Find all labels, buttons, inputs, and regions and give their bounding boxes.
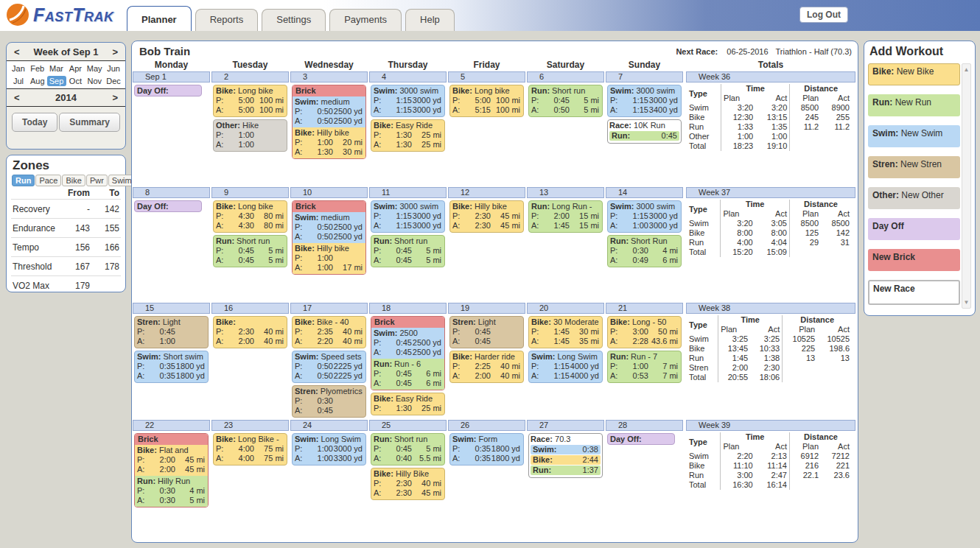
add-workout-race[interactable]: New Race	[868, 280, 960, 305]
workout-card-bike[interactable]: Bike: P:2:3040 miA:2:0040 mi	[213, 316, 287, 348]
day-cell[interactable]: 7Swim: 3000 swimP:1:153000 ydA:1:153400 …	[605, 71, 684, 146]
add-workout-brick[interactable]: New Brick	[868, 249, 960, 271]
zone-tab-bike[interactable]: Bike	[62, 175, 85, 186]
day-cell[interactable]: 16Bike: P:2:3040 miA:2:0040 mi	[211, 303, 290, 351]
day-cell[interactable]: 3BrickSwim: mediumP:0:502500 ydA:0:50250…	[290, 71, 368, 161]
month-mar[interactable]: Mar	[47, 63, 66, 74]
day-cell[interactable]: 28Day Off:	[605, 420, 684, 447]
workout-card-bike[interactable]: Bike: Long - 50P:3:0050 miA:2:2843.6 mi	[607, 316, 682, 348]
workout-card-swim[interactable]: Swim: 3000 swimP:1:153000 ydA:1:153400 y…	[607, 85, 682, 117]
workout-card-run[interactable]: Run: Short runP:0:455 miA:0:455 mi	[213, 235, 287, 267]
day-cell[interactable]: 14Swim: 3000 swimP:1:153000 ydA:1:003000…	[605, 187, 684, 270]
day-cell[interactable]: 5Bike: Long bikeP:5:00100 miA:5:15100 mi	[447, 71, 526, 119]
day-cell[interactable]: 26Swim: FormP:0:351800 ydA:0:351800 yd	[447, 420, 526, 468]
zone-tab-pwr[interactable]: Pwr	[86, 175, 108, 186]
workout-card-brick[interactable]: BrickSwim: 2500P:0:452500 ydA:0:452500 y…	[371, 316, 445, 390]
month-sep[interactable]: Sep	[47, 76, 66, 86]
workout-card-brick[interactable]: BrickSwim: mediumP:0:502500 ydA:0:502500…	[292, 85, 366, 159]
tab-help[interactable]: Help	[405, 9, 455, 31]
add-workout-run[interactable]: Run: New Run	[868, 94, 960, 116]
workout-card-swim[interactable]: Swim: Long SwimP:1:003000 ydA:1:003300 y…	[292, 433, 366, 466]
workout-card-bike[interactable]: Bike: Hilly BikeP:2:3040 miA:2:3045 mi	[371, 468, 445, 500]
workout-card-stren[interactable]: Stren: LightP:0:45A:0:45	[449, 316, 524, 348]
workout-card-brick[interactable]: BrickBike: Flat andP:2:0045 miA:2:0045 m…	[134, 433, 209, 507]
day-cell[interactable]: 10BrickSwim: mediumP:0:502500 ydA:0:5025…	[290, 187, 368, 277]
workout-card-swim[interactable]: Swim: 3000 swimP:1:153000 ydA:1:153000 y…	[371, 200, 445, 233]
day-cell[interactable]: 25Run: Short runP:0:455 miA:0:405.5 miBi…	[368, 420, 447, 502]
add-workout-stren[interactable]: Stren: New Stren	[868, 156, 960, 178]
month-oct[interactable]: Oct	[66, 76, 85, 86]
tab-payments[interactable]: Payments	[329, 9, 402, 31]
day-cell[interactable]: 6Run: Short runP:0:455 miA:0:505 mi	[526, 71, 605, 119]
month-may[interactable]: May	[85, 63, 104, 74]
workout-card-bike[interactable]: Bike: Harder rideP:2:2540 miA:2:0040 mi	[449, 351, 524, 383]
workout-card-swim[interactable]: Swim: FormP:0:351800 ydA:0:351800 yd	[449, 433, 524, 466]
zone-tab-run[interactable]: Run	[12, 175, 35, 186]
workout-card-dayoff[interactable]: Day Off:	[134, 85, 202, 96]
workout-card-swim[interactable]: Swim: Speed setsP:0:502225 ydA:0:502225 …	[292, 351, 366, 383]
day-cell[interactable]: 21Bike: Long - 50P:3:0050 miA:2:2843.6 m…	[605, 303, 684, 385]
workout-card-run[interactable]: Run: Run - 7P:1:007 miA:0:537 mi	[607, 351, 682, 383]
workout-card-bike[interactable]: Bike: Long bikeP:5:00100 miA:5:15100 mi	[449, 85, 524, 117]
workout-card-race[interactable]: Race: 70.3Swim:0:38Bike:2:44Run:1:37	[528, 433, 603, 478]
workout-card-run[interactable]: Run: Short RunP:0:304 miA:0:496 mi	[607, 235, 682, 267]
zone-tab-pace[interactable]: Pace	[35, 175, 61, 186]
workout-card-swim[interactable]: Swim: Long SwimP:1:154000 ydA:1:154000 y…	[528, 351, 603, 383]
workout-card-dayoff[interactable]: Day Off:	[607, 433, 675, 445]
workout-card-brick[interactable]: BrickSwim: mediumP:0:502500 ydA:0:502500…	[292, 200, 366, 275]
workout-card-bike[interactable]: Bike: 30 ModerateP:1:4530 miA:1:4535 mi	[528, 316, 603, 348]
month-aug[interactable]: Aug	[28, 76, 47, 86]
workout-card-bike[interactable]: Bike: Bike - 40P:2:3540 miA:2:2040 mi	[292, 316, 366, 348]
day-cell[interactable]: 23Bike: Long Bike -P:4:0075 miA:4:0075 m…	[211, 420, 290, 468]
workout-card-run[interactable]: Run: Short runP:0:455 miA:0:505 mi	[528, 85, 603, 117]
day-cell[interactable]: 20Bike: 30 ModerateP:1:4530 miA:1:4535 m…	[526, 303, 605, 385]
workout-card-bike[interactable]: Bike: Easy RideP:1:3025 miA:1:3025 mi	[371, 119, 445, 152]
month-jan[interactable]: Jan	[9, 63, 28, 74]
day-cell[interactable]: 27Race: 70.3Swim:0:38Bike:2:44Run:1:37	[526, 420, 605, 480]
month-jun[interactable]: Jun	[104, 63, 123, 74]
add-workout-bike[interactable]: Bike: New Bike	[868, 63, 960, 85]
month-jul[interactable]: Jul	[9, 76, 28, 86]
day-cell[interactable]: Sep 1Day Off:	[132, 71, 211, 99]
month-nov[interactable]: Nov	[85, 76, 104, 86]
day-cell[interactable]: 4Swim: 3000 swimP:1:153000 ydA:1:153000 …	[368, 71, 447, 154]
workout-card-bike[interactable]: Bike: Long bikeP:4:3080 miA:4:3080 mi	[213, 200, 287, 233]
day-cell[interactable]: 18BrickSwim: 2500P:0:452500 ydA:0:452500…	[368, 303, 447, 418]
tab-settings[interactable]: Settings	[262, 9, 326, 31]
next-week-icon[interactable]: >	[112, 46, 118, 57]
workout-card-run[interactable]: Run: Short runP:0:455 miA:0:455 mi	[371, 235, 445, 267]
workout-card-bike[interactable]: Bike: Hilly bikeP:2:3045 miA:2:3045 mi	[449, 200, 524, 233]
workout-card-swim[interactable]: Swim: 3000 swimP:1:153000 ydA:1:003000 y…	[607, 200, 682, 233]
scroll-up-icon[interactable]: ▲	[962, 66, 970, 73]
day-cell[interactable]: 24Swim: Long SwimP:1:003000 ydA:1:003300…	[290, 420, 368, 468]
add-workout-swim[interactable]: Swim: New Swim	[868, 125, 960, 147]
month-feb[interactable]: Feb	[28, 63, 47, 74]
day-cell[interactable]: 17Bike: Bike - 40P:2:3540 miA:2:2040 miS…	[290, 303, 368, 420]
day-cell[interactable]: 9Bike: Long bikeP:4:3080 miA:4:3080 miRu…	[211, 187, 290, 270]
prev-year-icon[interactable]: <	[14, 92, 20, 103]
day-cell[interactable]: 8Day Off:	[132, 187, 211, 214]
workout-card-swim[interactable]: Swim: Short swimP:0:351800 ydA:0:351800 …	[134, 351, 209, 383]
workout-card-run[interactable]: Run: Long Run -P:2:0015 miA:1:4515 mi	[528, 200, 603, 233]
day-cell[interactable]: 2Bike: Long bikeP:5:00100 miA:5:00100 mi…	[211, 71, 290, 154]
scroll-down-icon[interactable]: ▼	[962, 299, 970, 306]
today-button[interactable]: Today	[12, 113, 57, 132]
workout-card-swim[interactable]: Swim: 3000 swimP:1:153000 ydA:1:153000 y…	[371, 85, 445, 117]
workout-card-race[interactable]: Race: 10K RunRun:0:45	[607, 119, 682, 144]
day-cell[interactable]: 22BrickBike: Flat andP:2:0045 miA:2:0045…	[132, 420, 211, 510]
workout-card-other[interactable]: Other: HikeP:1:00A:1:00	[213, 119, 287, 152]
day-cell[interactable]: 12Bike: Hilly bikeP:2:3045 miA:2:3045 mi	[447, 187, 526, 235]
tab-planner[interactable]: Planner	[127, 6, 192, 31]
workout-card-bike[interactable]: Bike: Easy RideP:1:3025 mi	[371, 393, 445, 415]
workout-card-bike[interactable]: Bike: Long Bike -P:4:0075 miA:4:0075 mi	[213, 433, 287, 466]
add-workout-other[interactable]: Other: New Other	[868, 187, 960, 209]
add-workout-dayoff[interactable]: Day Off	[868, 218, 960, 240]
summary-button[interactable]: Summary	[59, 113, 120, 132]
workout-card-stren[interactable]: Stren: LightP:0:45A:1:00	[134, 316, 209, 348]
prev-week-icon[interactable]: <	[14, 46, 20, 57]
day-cell[interactable]: 15Stren: LightP:0:45A:1:00Swim: Short sw…	[132, 303, 211, 385]
day-cell[interactable]: 11Swim: 3000 swimP:1:153000 ydA:1:153000…	[368, 187, 447, 270]
workout-card-run[interactable]: Run: Short runP:0:455 miA:0:405.5 mi	[371, 433, 445, 466]
tab-reports[interactable]: Reports	[195, 9, 259, 31]
month-apr[interactable]: Apr	[66, 63, 85, 74]
